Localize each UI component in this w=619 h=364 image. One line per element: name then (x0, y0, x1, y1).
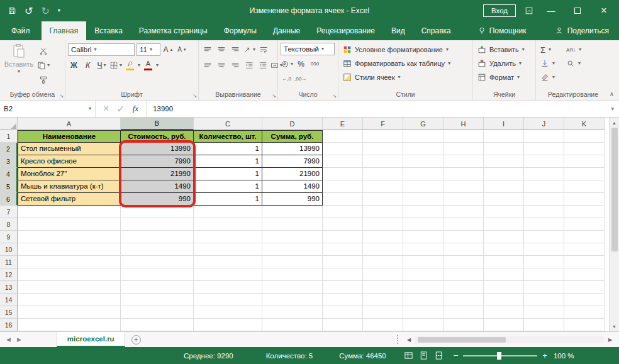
column-header-I[interactable]: I (484, 118, 524, 130)
align-top-icon[interactable] (201, 43, 213, 56)
cell-I13[interactable] (484, 281, 524, 294)
tab-data[interactable]: Данные (265, 21, 308, 40)
cell-H6[interactable] (443, 193, 484, 206)
align-bottom-icon[interactable] (229, 43, 241, 56)
cell-E15[interactable] (323, 306, 363, 319)
cell-F1[interactable] (363, 130, 403, 143)
underline-button[interactable]: Ч▾ (96, 58, 108, 72)
cell-J5[interactable] (524, 180, 564, 193)
column-header-F[interactable]: F (363, 118, 403, 130)
row-header-4[interactable]: 4 (0, 168, 18, 180)
vertical-scroll-thumb[interactable] (611, 128, 618, 251)
undo-icon[interactable]: ↺ (25, 5, 33, 17)
cell-G15[interactable] (403, 306, 443, 319)
align-left-icon[interactable] (201, 58, 213, 72)
insert-cells-button[interactable]: Вставить▾ (476, 43, 533, 57)
zoom-out-icon[interactable]: − (454, 351, 459, 360)
cell-B9[interactable] (121, 231, 194, 243)
align-center-icon[interactable] (215, 58, 227, 72)
column-header-E[interactable]: E (323, 118, 363, 130)
page-layout-view-icon[interactable] (419, 351, 428, 360)
cell-J6[interactable] (524, 193, 564, 206)
row-header-3[interactable]: 3 (0, 155, 18, 168)
cell-C3[interactable]: 1 (194, 155, 262, 168)
column-header-A[interactable]: A (18, 118, 121, 130)
cell-B7[interactable] (121, 206, 194, 218)
cell-D7[interactable] (262, 206, 323, 218)
cell-C1[interactable]: Количество, шт. (194, 130, 262, 143)
cell-C12[interactable] (194, 268, 262, 281)
cell-I12[interactable] (484, 268, 524, 281)
column-header-D[interactable]: D (262, 118, 323, 130)
cell-B5[interactable]: 1490 (121, 180, 194, 193)
cell-F5[interactable] (363, 180, 403, 193)
cell-B12[interactable] (121, 268, 194, 281)
tab-formulas[interactable]: Формулы (216, 21, 265, 40)
increase-indent-icon[interactable] (257, 58, 269, 72)
maximize-icon[interactable] (569, 6, 586, 16)
cell-D9[interactable] (262, 231, 323, 243)
minimize-icon[interactable]: — (542, 6, 560, 16)
tab-home[interactable]: Главная (42, 21, 87, 40)
font-size-combo[interactable]: 11▾ (137, 43, 160, 56)
cell-D11[interactable] (262, 256, 323, 268)
accounting-format-icon[interactable]: ▾ (281, 57, 293, 70)
sort-filter-button[interactable]: АЯ↓▾ (564, 43, 583, 57)
row-header-8[interactable]: 8 (0, 218, 18, 231)
formula-bar-expand-icon[interactable]: ▾ (606, 106, 619, 112)
cell-F4[interactable] (363, 168, 403, 180)
cell-D2[interactable]: 13990 (262, 143, 323, 155)
borders-icon[interactable]: ▾ (109, 58, 122, 72)
cell-B6[interactable]: 990 (121, 193, 194, 206)
cell-E11[interactable] (323, 256, 363, 268)
cell-D4[interactable]: 21900 (262, 168, 323, 180)
name-box[interactable]: B2 ▾ (0, 101, 96, 117)
decrease-indent-icon[interactable] (243, 58, 255, 72)
collapse-ribbon-icon[interactable]: ∧ (610, 91, 614, 97)
cell-styles-button[interactable]: Стили ячеек▾ (341, 70, 470, 84)
cell-A12[interactable] (18, 268, 121, 281)
sheet-tab-active[interactable]: microexcel.ru (57, 332, 125, 347)
cell-G1[interactable] (403, 130, 443, 143)
column-header-H[interactable]: H (443, 118, 484, 130)
shrink-font-icon[interactable]: А▼ (176, 43, 188, 56)
cell-A5[interactable]: Мышь и клавиатура (к-т) (18, 180, 121, 193)
cell-H13[interactable] (443, 281, 484, 294)
row-header-2[interactable]: 2 (0, 143, 18, 155)
grow-font-icon[interactable]: А▲ (162, 43, 174, 56)
cell-C7[interactable] (194, 206, 262, 218)
cell-I3[interactable] (484, 155, 524, 168)
row-header-6[interactable]: 6 (0, 193, 18, 206)
cell-K6[interactable] (564, 193, 605, 206)
cell-I2[interactable] (484, 143, 524, 155)
cell-H8[interactable] (443, 218, 484, 231)
save-icon[interactable] (8, 6, 16, 15)
tab-insert[interactable]: Вставка (86, 21, 131, 40)
vertical-scrollbar[interactable]: ▲ ▼ (609, 118, 619, 331)
row-header-16[interactable]: 16 (0, 319, 18, 331)
cell-H7[interactable] (443, 206, 484, 218)
align-right-icon[interactable] (229, 58, 241, 72)
cell-B3[interactable]: 7990 (121, 155, 194, 168)
cell-D12[interactable] (262, 268, 323, 281)
cell-G8[interactable] (403, 218, 443, 231)
cell-I6[interactable] (484, 193, 524, 206)
paste-button[interactable]: Вставить ▾ (3, 43, 35, 74)
cell-A6[interactable]: Сетевой фильтр (18, 193, 121, 206)
cell-E4[interactable] (323, 168, 363, 180)
scroll-right-icon[interactable]: ▶ (605, 337, 615, 343)
cell-K1[interactable] (564, 130, 605, 143)
select-all-corner[interactable] (0, 118, 18, 130)
cell-K10[interactable] (564, 243, 605, 256)
cell-E14[interactable] (323, 294, 363, 306)
column-header-J[interactable]: J (524, 118, 564, 130)
normal-view-icon[interactable] (404, 351, 413, 360)
zoom-slider-thumb[interactable] (497, 352, 501, 360)
align-middle-icon[interactable] (215, 43, 227, 56)
cell-J16[interactable] (524, 319, 564, 331)
cell-H2[interactable] (443, 143, 484, 155)
cell-C15[interactable] (194, 306, 262, 319)
cell-K2[interactable] (564, 143, 605, 155)
cell-D6[interactable]: 990 (262, 193, 323, 206)
cell-H3[interactable] (443, 155, 484, 168)
